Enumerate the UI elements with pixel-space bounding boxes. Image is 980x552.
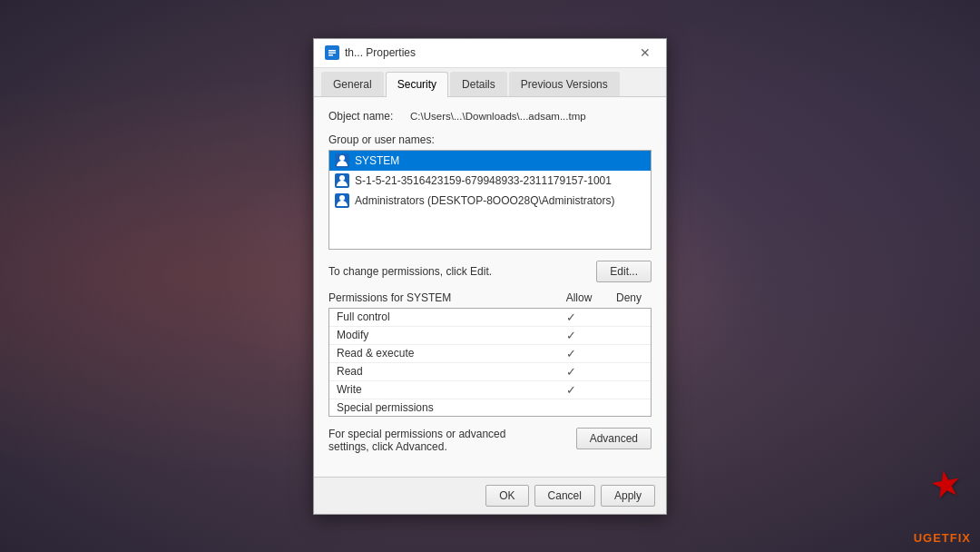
ok-button[interactable]: OK (485, 485, 528, 507)
ugetfix-text-highlight: FIX (950, 531, 971, 545)
tab-general[interactable]: General (321, 72, 384, 96)
perm-name-full-control: Full control (337, 310, 544, 323)
user-item-admins[interactable]: Administrators (DESKTOP-8OOO28Q\Administ… (329, 191, 651, 211)
svg-point-5 (339, 155, 345, 161)
svg-rect-3 (328, 54, 333, 56)
svg-rect-1 (328, 50, 336, 52)
perm-allow-read: ✓ (544, 365, 598, 379)
advanced-text: For special permissions or advanced sett… (328, 428, 528, 453)
object-name-value: C:\Users\...\Downloads\...adsam...tmp (410, 111, 586, 122)
properties-dialog: th... Properties ✕ General Security Deta… (313, 38, 667, 515)
svg-point-9 (339, 195, 345, 201)
object-name-row: Object name: C:\Users\...\Downloads\...a… (328, 110, 652, 123)
advanced-button[interactable]: Advanced (576, 428, 652, 449)
dialog-footer: OK Cancel Apply (314, 477, 666, 514)
group-section-label: Group or user names: (328, 133, 652, 146)
user-icon-admins (335, 193, 349, 208)
user-icon-system (335, 153, 349, 168)
perm-allow-full-control: ✓ (544, 310, 598, 324)
permissions-table: Full control ✓ Modify ✓ Read & execute ✓… (328, 308, 652, 417)
perm-header-allow: Allow (552, 291, 606, 304)
user-item-system[interactable]: SYSTEM (329, 151, 651, 171)
svg-point-7 (339, 175, 345, 181)
perm-row-modify: Modify ✓ (329, 327, 651, 345)
tab-details[interactable]: Details (450, 72, 507, 96)
edit-button[interactable]: Edit... (596, 261, 652, 282)
dialog-icon (325, 45, 339, 60)
star-pointer-icon: ★ (926, 460, 965, 508)
ugetfix-text-main: UGET (914, 531, 950, 545)
perm-row-write: Write ✓ (329, 381, 651, 399)
user-icon-sid (335, 173, 349, 188)
user-item-sid[interactable]: S-1-5-21-3516423159-679948933-2311179157… (329, 171, 651, 191)
perm-row-read-execute: Read & execute ✓ (329, 345, 651, 363)
perm-name-read-execute: Read & execute (337, 347, 544, 360)
tab-security[interactable]: Security (386, 72, 448, 97)
tab-previous-versions[interactable]: Previous Versions (509, 72, 620, 96)
perm-allow-write: ✓ (544, 383, 598, 397)
perm-header-deny: Deny (606, 291, 652, 304)
apply-button[interactable]: Apply (601, 485, 655, 507)
perm-name-special: Special permissions (337, 401, 544, 414)
title-bar: th... Properties ✕ (314, 39, 666, 68)
perm-row-special: Special permissions (329, 399, 651, 416)
perm-row-read: Read ✓ (329, 363, 651, 381)
user-name-system: SYSTEM (355, 154, 399, 167)
perm-allow-modify: ✓ (544, 329, 598, 342)
object-name-label: Object name: (328, 110, 410, 123)
user-name-sid: S-1-5-21-3516423159-679948933-2311179157… (355, 174, 612, 187)
title-bar-left: th... Properties (325, 45, 416, 60)
permissions-header: Permissions for SYSTEM Allow Deny (328, 291, 652, 304)
advanced-row: For special permissions or advanced sett… (328, 428, 652, 453)
perm-name-write: Write (337, 383, 544, 396)
perm-row-full-control: Full control ✓ (329, 309, 651, 327)
perm-name-read: Read (337, 365, 544, 378)
user-name-admins: Administrators (DESKTOP-8OOO28Q\Administ… (355, 194, 615, 207)
user-list: SYSTEM S-1-5-21-3516423159-679948933-231… (328, 150, 652, 250)
close-button[interactable]: ✕ (635, 43, 655, 63)
permissions-section: Permissions for SYSTEM Allow Deny Full c… (328, 291, 652, 417)
cancel-button[interactable]: Cancel (534, 485, 595, 507)
dialog-content: Object name: C:\Users\...\Downloads\...a… (314, 97, 666, 477)
change-perm-text: To change permissions, click Edit. (328, 265, 492, 278)
svg-rect-2 (328, 53, 336, 54)
dialog-title: th... Properties (345, 46, 416, 59)
ugetfix-branding: UGETFIX (914, 531, 971, 545)
perm-allow-read-execute: ✓ (544, 347, 598, 360)
change-permissions-row: To change permissions, click Edit. Edit.… (328, 261, 652, 282)
tab-bar: General Security Details Previous Versio… (314, 68, 666, 97)
perm-header-name: Permissions for SYSTEM (328, 291, 552, 304)
perm-name-modify: Modify (337, 329, 544, 341)
